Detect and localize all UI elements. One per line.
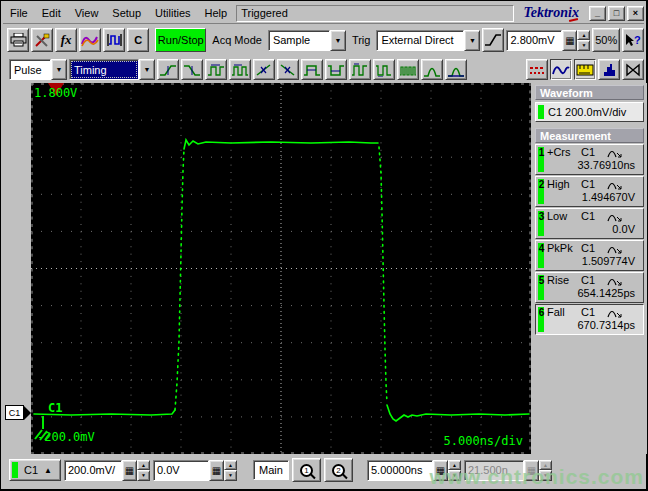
math-button[interactable]: fx [55,28,77,52]
channel-select-button[interactable]: C1 ▲ [9,459,61,481]
trace-channel-label: C1 [48,401,62,415]
positive-cross-button[interactable] [253,59,275,80]
ground-reference-icon [34,416,51,441]
chevron-down-icon: ▼ [56,66,63,73]
waveform-item-label: C1 200.0mV/div [548,106,626,118]
period-button[interactable] [205,59,227,80]
vertical-scale-input[interactable]: 200.0mV/ [64,460,122,481]
graticule[interactable]: 1.800V -200.0mV 5.000ns/div C1 [31,83,531,454]
vertical-offset-input[interactable]: 0.0V [153,460,209,481]
peak-button[interactable] [421,59,443,80]
trigger-status: Triggered [236,5,513,22]
mask-test-button[interactable] [622,59,644,80]
area-button[interactable] [445,59,467,80]
menu-utilities[interactable]: Utilities [148,5,197,21]
horizontal-scale-input[interactable]: 5.00000ns [367,460,433,481]
zoom1-button[interactable]: 1 [292,458,321,482]
measurement-row[interactable]: 3LowC10.0V [535,208,644,239]
measurement-source: C1 [581,178,607,190]
menu-file[interactable]: File [3,5,35,21]
measurement-number: 3 [538,211,545,222]
trig-50pct-button[interactable]: 50% [592,28,620,52]
waveform-trace [379,147,387,403]
measurement-source: C1 [581,274,607,286]
measurement-value: 33.76910ns [547,159,639,171]
measurement-row[interactable]: 6FallC1670.7314ps [535,304,644,335]
app-window: File Edit View Setup Utilities Help Trig… [0,0,648,491]
acq-mode-select[interactable]: Sample ▼ [268,30,346,51]
maximize-button[interactable]: □ [608,6,625,21]
histogram-icon [600,63,618,77]
top-voltage-label: 1.800V [34,86,77,100]
measurement-number: 2 [538,179,545,190]
print-button[interactable] [7,28,29,52]
minimize-button[interactable]: _ [589,6,606,21]
menu-view[interactable]: View [68,5,106,21]
close-icon: × [633,9,638,18]
category-dropdown[interactable]: ▼ [51,59,67,80]
measurement-row[interactable]: 2HighC11.494670V [535,176,644,207]
spin-up-button[interactable]: ▲ [577,30,590,41]
spin-up-button[interactable]: ▲ [224,460,237,471]
spin-down-icon: ▼ [141,473,146,477]
spin-down-button[interactable]: ▼ [224,470,237,481]
trig-source-dropdown[interactable]: ▼ [464,30,480,51]
waveform-display-button[interactable] [550,59,572,80]
acq-mode-dropdown[interactable]: ▼ [330,30,346,51]
waveform-trace [175,149,184,410]
burst-width-button[interactable] [397,59,419,80]
keypad-icon: ▦ [125,465,134,476]
keypad-button[interactable]: ▦ [122,460,137,481]
annotation-waveform-icon [607,146,623,158]
spin-down-button[interactable]: ▼ [137,470,150,481]
waveform-list-item[interactable]: C1 200.0mV/div [535,102,644,122]
context-help-button[interactable]: ? [622,28,644,52]
minimize-icon: _ [595,9,600,18]
measurement-row[interactable]: 5RiseC1654.1425ps [535,272,644,303]
channel-button-label: C1 [24,464,38,476]
spin-down-button[interactable]: ▼ [577,40,590,51]
negative-width-button[interactable] [325,59,347,80]
pulse-button[interactable] [103,28,125,52]
measurement-category-select[interactable]: Pulse ▼ [9,59,67,80]
maximize-icon: □ [614,9,619,18]
trig-level-input[interactable]: 2.800mV [506,30,562,51]
measurement-row[interactable]: 1+CrsC133.76910ns [535,144,644,175]
keypad-button[interactable]: ▦ [209,460,224,481]
trig-slope-button[interactable] [482,28,504,52]
measurement-class-select[interactable]: Timing ▼ [69,59,155,80]
main-toolbar: fx C Run/Stop Acq Mode Sample ▼ Trig Ext… [3,25,644,55]
zoom2-button[interactable]: 2 [324,458,353,482]
measurement-row[interactable]: 4PkPkC11.509774V [535,240,644,271]
channel-position-marker[interactable]: C1 [5,405,31,420]
positive-width-button[interactable] [301,59,323,80]
measurement-name: High [547,178,581,190]
measurement-display-button[interactable] [574,59,596,80]
trig-level-keypad-button[interactable]: ▦ [562,30,577,51]
c-button[interactable]: C [127,28,149,52]
menu-edit[interactable]: Edit [35,5,68,21]
trig-source-select[interactable]: External Direct ▼ [376,30,480,51]
tools-button[interactable] [31,28,53,52]
peak-icon [423,63,441,77]
frequency-button[interactable] [229,59,251,80]
spin-up-button[interactable]: ▲ [137,460,150,471]
menu-setup[interactable]: Setup [105,5,148,21]
class-dropdown[interactable]: ▼ [139,59,155,80]
rise-time-icon [159,63,177,77]
close-button[interactable]: × [627,6,644,21]
run-stop-button[interactable]: Run/Stop [155,28,206,52]
cursors-icon [528,63,546,77]
menu-help[interactable]: Help [198,5,235,21]
tektronix-logo: Tektronix [524,5,580,21]
fall-time-button[interactable] [181,59,203,80]
measurement-value: 0.0V [547,223,639,235]
histogram-button[interactable] [598,59,620,80]
positive-duty-button[interactable] [349,59,371,80]
waveform-button[interactable] [79,28,101,52]
negative-cross-button[interactable] [277,59,299,80]
cursors-button[interactable] [526,59,548,80]
negative-duty-icon [375,63,393,77]
negative-duty-button[interactable] [373,59,395,80]
rise-time-button[interactable] [157,59,179,80]
